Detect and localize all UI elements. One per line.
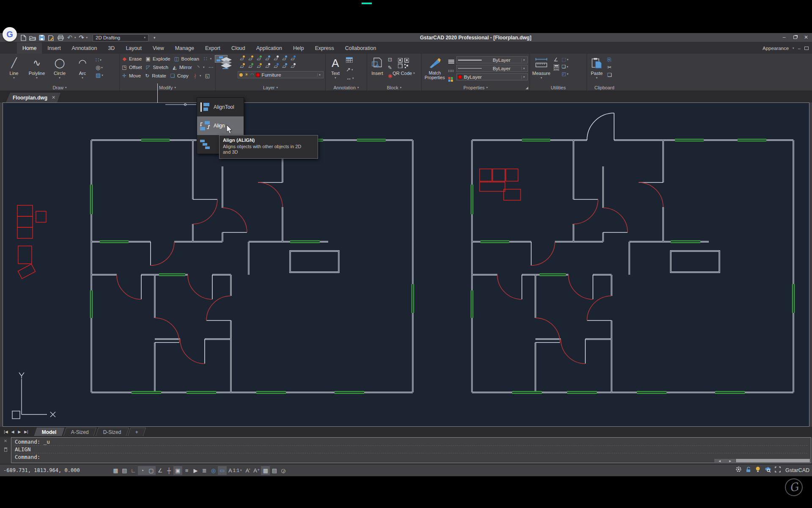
redo-icon[interactable]: ↷ xyxy=(78,34,85,41)
tab-export[interactable]: Export xyxy=(200,42,226,54)
command-line[interactable]: Command: xyxy=(15,453,807,461)
angle-icon[interactable]: ∠ xyxy=(554,57,559,63)
mirror-button[interactable]: ◭Mirror xyxy=(172,64,192,70)
floorplan-right[interactable] xyxy=(472,113,793,392)
measure-button[interactable]: Measure▾ xyxy=(532,55,551,84)
color-selector[interactable]: ByLayer▾ xyxy=(456,73,528,80)
panel-label-block[interactable]: Block▾ xyxy=(367,84,421,91)
copy-button[interactable]: ❏Copy xyxy=(170,73,189,79)
layer-make-current-icon[interactable]: ▱ xyxy=(274,56,277,62)
layer-color-icon[interactable]: ▱ xyxy=(265,56,269,62)
tab-layout[interactable]: Layout xyxy=(120,42,147,54)
cloud-search-icon[interactable] xyxy=(764,467,771,474)
redo-dropdown-icon[interactable]: ▾ xyxy=(86,36,88,39)
scroll-right-icon[interactable]: ▶ xyxy=(725,459,735,462)
tab-insert[interactable]: Insert xyxy=(42,42,66,54)
copy-with-base-icon[interactable]: ⎘ xyxy=(607,57,612,63)
lineweight-selector[interactable]: ByLayer▾ xyxy=(456,56,528,64)
layer-unlock-icon[interactable]: ▱ xyxy=(274,64,277,69)
otrack-icon[interactable]: ┼ xyxy=(165,466,173,475)
tab-home[interactable]: Home xyxy=(17,42,42,54)
fillet-button[interactable]: ◝▾ xyxy=(195,64,205,70)
layer-unlock-state-icon[interactable]: ◠ xyxy=(250,72,254,77)
panel-label-draw[interactable]: Draw▾ xyxy=(0,84,119,91)
menu-item-align[interactable]: Align xyxy=(197,116,244,135)
ribbon-restore-icon[interactable] xyxy=(804,47,809,50)
explode-button[interactable]: ▣Explode xyxy=(145,56,170,62)
zoom-icon[interactable]: ◎ xyxy=(209,466,218,475)
tab-express[interactable]: Express xyxy=(310,42,340,54)
bulb-icon[interactable] xyxy=(755,467,760,474)
qr-code-button[interactable]: QR Code▾ xyxy=(394,55,413,84)
layer-dropdown-icon[interactable]: ▾ xyxy=(317,73,322,77)
panel-label-modify[interactable]: Modify▾ xyxy=(120,84,215,91)
osnap-3d-icon[interactable]: ∠ xyxy=(156,466,165,475)
layer-off-icon[interactable]: ▱ xyxy=(257,64,261,69)
panel-label-layer[interactable]: Layer▾ xyxy=(216,84,325,91)
select-similar-button[interactable]: ❏▾ xyxy=(562,64,568,69)
undo-icon[interactable]: ↶ xyxy=(66,34,74,41)
dynamic-ucs-icon[interactable]: ▣ xyxy=(173,466,182,475)
fullscreen-icon[interactable] xyxy=(775,467,781,474)
circle-button[interactable]: ◯Circle▾ xyxy=(50,55,69,84)
layer-thaw-icon[interactable]: ▱ xyxy=(265,64,269,69)
appearance-control[interactable]: Appearance ▾ – xyxy=(763,42,809,54)
layer-unisolate-icon[interactable]: ▱ xyxy=(248,64,252,69)
layer-freeze-icon[interactable]: ▱ xyxy=(248,56,252,62)
settings-gear-icon[interactable] xyxy=(735,466,742,474)
layer-merge-icon[interactable]: ▱ xyxy=(282,64,286,69)
auto-annotate-icon[interactable]: A⁺ xyxy=(252,466,261,475)
sofa-block-left[interactable] xyxy=(17,205,46,279)
viewport-icon[interactable]: ▭ xyxy=(218,466,227,475)
layer-color-swatch[interactable] xyxy=(256,73,260,77)
panel-label-annotation[interactable]: Annotation▾ xyxy=(326,84,367,91)
tab-annotation[interactable]: Annotation xyxy=(66,42,103,54)
lineweight-list-icon[interactable] xyxy=(448,58,454,65)
layer-selector[interactable]: ☀ ◠ Furniture ▾ xyxy=(238,71,324,78)
boolean-button[interactable]: ◫Boolean xyxy=(174,56,199,62)
lineweight-icon[interactable]: ≡ xyxy=(182,466,191,475)
quick-select-button[interactable]: ⬚▾ xyxy=(562,57,568,62)
layer-previous-icon[interactable]: ▱ xyxy=(291,56,294,62)
tab-application[interactable]: Application xyxy=(251,42,288,54)
document-tab[interactable]: Floorplan.dwg ✕ xyxy=(6,93,60,102)
sofa-block-right[interactable] xyxy=(480,169,521,200)
toolbar-overflow-icon[interactable]: ▾ xyxy=(154,36,156,40)
layer-on-icon[interactable]: ▱ xyxy=(240,56,244,62)
cut-icon[interactable]: ✂ xyxy=(607,64,612,70)
next-layout-icon[interactable]: ▶ xyxy=(16,430,23,434)
text-button[interactable]: A Text▾ xyxy=(327,55,343,84)
panel-label-utilities[interactable]: Utilities xyxy=(530,84,587,91)
dimension-button[interactable]: ↔▾ xyxy=(346,75,354,81)
restore-button[interactable] xyxy=(792,34,798,41)
ellipse-tools-button[interactable]: ◎▾ xyxy=(96,64,103,71)
command-close-icon[interactable]: ✕ xyxy=(4,439,7,443)
break-button[interactable]: ∤▾ xyxy=(192,73,201,79)
tab-manage[interactable]: Manage xyxy=(170,42,200,54)
ribbon-minimize-icon[interactable]: – xyxy=(798,46,801,51)
erase-button[interactable]: ◆Erase xyxy=(121,56,142,62)
panel-label-properties[interactable]: Properties▾ xyxy=(422,84,529,91)
stretch-button[interactable]: ◸Stretch xyxy=(145,64,168,70)
print-icon[interactable] xyxy=(57,34,64,41)
layer-delete-icon[interactable]: ▱ xyxy=(291,64,294,69)
save-icon[interactable] xyxy=(38,34,46,41)
tab-cloud[interactable]: Cloud xyxy=(226,42,251,54)
linetype-list-icon[interactable] xyxy=(448,67,454,75)
properties-dialog-launcher-icon[interactable]: ◢ xyxy=(526,86,528,90)
snap-icon[interactable]: ▦ xyxy=(111,466,120,475)
minimize-button[interactable]: – xyxy=(781,34,787,41)
gstarcad-logo-icon[interactable]: G xyxy=(3,27,17,41)
tab-help[interactable]: Help xyxy=(288,42,310,54)
layout-tab-+[interactable]: + xyxy=(128,428,146,436)
layer-match-icon[interactable]: ▱ xyxy=(282,56,286,62)
layer-bulb-icon[interactable] xyxy=(239,73,243,77)
layer-properties-button[interactable] xyxy=(217,55,235,84)
annotation-visibility-icon[interactable]: A' xyxy=(243,466,252,475)
scroll-left-icon[interactable]: ◀ xyxy=(714,459,725,462)
block-editor-icon[interactable]: ✎ xyxy=(388,65,392,71)
attribute-edit-icon[interactable]: ◉ xyxy=(388,73,392,79)
command-line[interactable]: Command: _u xyxy=(15,438,807,446)
command-pin-icon[interactable] xyxy=(4,447,7,452)
scale-button[interactable]: ◱ xyxy=(204,73,210,79)
